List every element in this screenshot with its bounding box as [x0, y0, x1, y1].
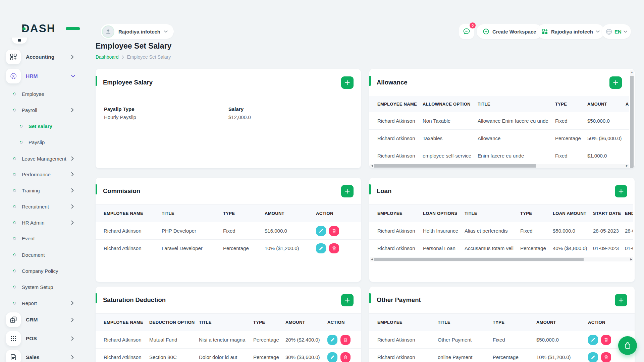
sidebar-item-sales[interactable]: Sales [0, 350, 96, 362]
dashboard-icon[interactable] [12, 38, 27, 44]
scrollbar-thumb[interactable] [374, 164, 536, 168]
sidebar-item-payslip[interactable]: Payslip [0, 135, 96, 149]
table-row: Richard Atkinson PHP Developer Fixed $16… [96, 222, 361, 240]
cell: employee self-service [423, 147, 478, 165]
scroll-left-arrow[interactable]: ◀ [370, 164, 374, 168]
sidebar-item-label: Leave Management [22, 156, 66, 162]
column-header: TITLE [199, 314, 253, 331]
workspace-grid-icon [542, 28, 548, 35]
loan-add-button[interactable] [615, 185, 627, 197]
bullet-icon [12, 253, 17, 257]
saturation-deduction-add-button[interactable] [341, 294, 354, 306]
delete-button[interactable] [340, 335, 351, 345]
scroll-right-arrow[interactable]: ▶ [625, 164, 629, 168]
sidebar-item-pos[interactable]: POS [0, 331, 96, 346]
delete-button[interactable] [329, 226, 339, 236]
bullet-icon [12, 285, 17, 289]
delete-button[interactable] [601, 352, 611, 362]
field-label: Salary [228, 106, 251, 112]
sidebar-item-hrm[interactable]: HRM [0, 69, 96, 83]
sidebar-item-report[interactable]: Report [0, 296, 96, 310]
cell: Percentage [253, 349, 285, 362]
sidebar-item-document[interactable]: Document [0, 247, 96, 262]
card-title: Employee Salary [103, 79, 153, 86]
edit-button[interactable] [316, 226, 326, 236]
card-title: Allowance [377, 79, 408, 86]
column-header: ACTION [626, 96, 629, 112]
language-selector[interactable]: EN [602, 24, 631, 39]
sidebar-item-recruitment[interactable]: Recruitment [0, 199, 96, 214]
cell: Richard Atkinson [369, 222, 423, 240]
cell: Non Taxable [423, 112, 478, 130]
cart-fab[interactable] [618, 336, 637, 355]
horizontal-scrollbar[interactable]: ◀ ▶ [370, 257, 633, 261]
delete-button[interactable] [340, 352, 351, 362]
sales-icon [6, 350, 21, 362]
other-payment-add-button[interactable] [615, 294, 627, 306]
sidebar-item-company-policy[interactable]: Company Policy [0, 263, 96, 278]
sidebar-item-label: System Setup [22, 284, 53, 290]
sidebar-item-accounting[interactable]: Accounting [0, 50, 96, 64]
accounting-icon [6, 50, 21, 64]
employee-salary-add-button[interactable] [341, 76, 354, 89]
dash-logo[interactable]: DASH [21, 22, 68, 36]
cell: $1,000.0 [587, 147, 626, 165]
sidebar-item-set-salary[interactable]: Set salary [0, 119, 96, 133]
column-header: ACTION [327, 314, 361, 331]
messages-button[interactable]: 0 [459, 24, 474, 39]
vertical-scrollbar[interactable]: ▲ ▼ [630, 70, 634, 168]
create-workspace-button[interactable]: Create Workspace [477, 24, 542, 39]
delete-button[interactable] [329, 243, 339, 253]
allowance-card: Allowance EMPLOYEE NAME ALLOWNACE OPTION… [369, 69, 635, 168]
field-value: Hourly Payslip [104, 114, 228, 120]
cell: Percentage [555, 130, 587, 147]
scrollbar-thumb[interactable] [374, 258, 584, 261]
cell: Percentage [520, 240, 553, 257]
loan-table: EMPLOYEE LOAN OPTIONS TITLE TYPE LOAN AM… [369, 204, 633, 257]
column-header: AMOUNT [587, 96, 626, 112]
horizontal-scrollbar[interactable]: ◀ ▶ [370, 164, 629, 168]
table-row: Richard Atkinson Section 80C Dolor dolor… [96, 349, 361, 362]
column-header: EMPLOYEE NAME [96, 314, 149, 331]
plus-icon [344, 188, 350, 194]
scroll-up-arrow[interactable]: ▲ [630, 70, 634, 74]
saturation-deduction-card: Saturation Deduction EMPLOYEE NAME DEDUC… [96, 287, 361, 362]
edit-button[interactable] [327, 335, 337, 345]
edit-button[interactable] [588, 352, 598, 362]
cell: Dolor dolor id aut [199, 349, 253, 362]
sidebar-item-crm[interactable]: CRM [0, 312, 96, 327]
workspace-selector[interactable]: Rajodiya infotech [101, 24, 174, 39]
bullet-icon [12, 172, 17, 177]
sidebar-item-leave-management[interactable]: Leave Management [0, 151, 96, 166]
scroll-left-arrow[interactable]: ◀ [370, 257, 374, 261]
pencil-icon [319, 229, 323, 233]
cell: Nisi a tenetur magna [199, 331, 253, 349]
chevron-right-icon [71, 301, 74, 305]
sidebar-scroll-area[interactable]: Accounting HRM Employee Payroll [0, 38, 96, 362]
cell: 28-05-2023 [593, 222, 625, 240]
sidebar-item-payroll[interactable]: Payroll [0, 103, 96, 117]
sidebar-item-event[interactable]: Event [0, 231, 96, 246]
allowance-add-button[interactable] [609, 76, 622, 89]
commission-add-button[interactable] [341, 185, 354, 197]
sidebar-item-training[interactable]: Training [0, 183, 96, 198]
card-header: Loan [369, 178, 635, 204]
delete-button[interactable] [601, 335, 611, 345]
sidebar-item-hr-admin[interactable]: HR Admin [0, 215, 96, 230]
column-header: ACTION [588, 314, 635, 331]
edit-button[interactable] [327, 352, 337, 362]
edit-button[interactable] [588, 335, 598, 345]
column-header: TITLE [465, 205, 520, 222]
sidebar-item-performance[interactable]: Performance [0, 167, 96, 182]
messages-badge: 0 [470, 22, 476, 28]
scroll-right-arrow[interactable]: ▶ [629, 257, 633, 261]
scrollbar-thumb[interactable] [630, 76, 634, 168]
breadcrumb-dashboard-link[interactable]: Dashboard [96, 54, 119, 60]
sidebar-item-employee[interactable]: Employee [0, 86, 96, 101]
cell: Percentage [253, 331, 285, 349]
account-workspace-dropdown[interactable]: Rajodiya infotech [537, 24, 604, 39]
card-accent-bar [96, 76, 97, 86]
card-header: Commission [96, 178, 361, 204]
edit-button[interactable] [316, 243, 326, 253]
sidebar-item-system-setup[interactable]: System Setup [0, 280, 96, 294]
